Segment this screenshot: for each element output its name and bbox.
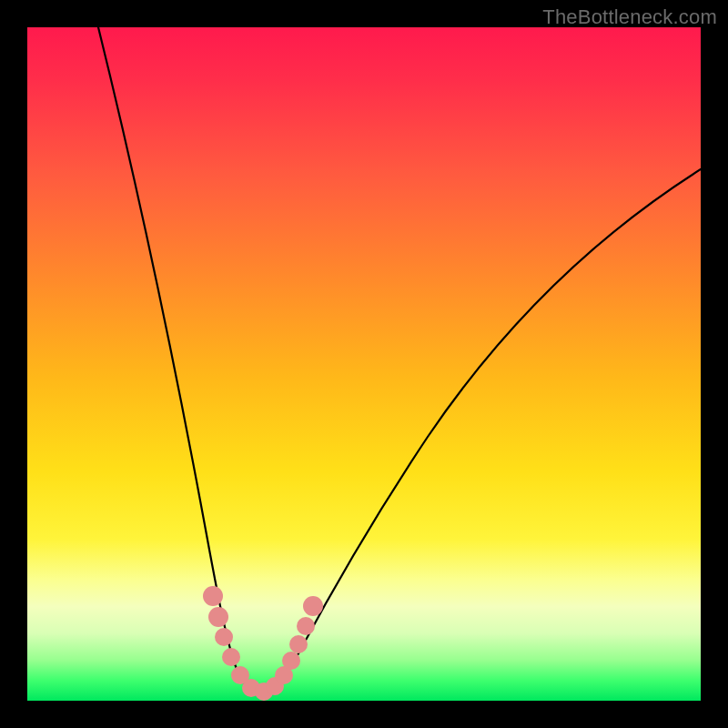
marker-dot (215, 628, 233, 646)
marker-dot (297, 617, 315, 635)
marker-dots (203, 586, 323, 701)
marker-dot (303, 596, 323, 616)
curve-layer (27, 27, 701, 701)
watermark-text: TheBottleneck.com (542, 5, 717, 29)
marker-dot (289, 635, 308, 653)
marker-dot (208, 607, 228, 627)
marker-dot (222, 648, 240, 666)
marker-dot (203, 586, 223, 606)
plot-area (27, 27, 701, 701)
bottleneck-curve (98, 27, 701, 693)
chart-frame: TheBottleneck.com (0, 0, 728, 728)
marker-dot (282, 652, 300, 670)
